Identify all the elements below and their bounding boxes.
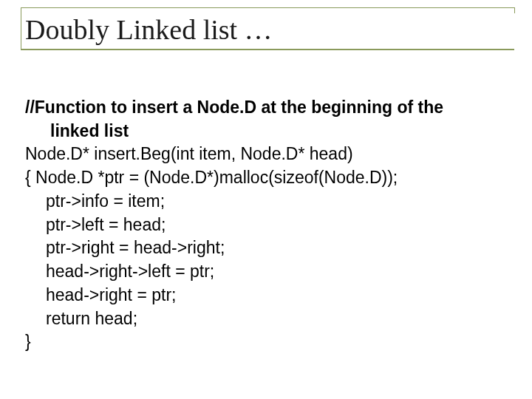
slide-title: Doubly Linked list … (25, 13, 511, 46)
code-line: return head; (25, 307, 511, 331)
title-border-bottom (21, 49, 514, 50)
code-line: ptr->right = head->right; (25, 236, 511, 260)
code-comment: //Function to insert a Node.D at the beg… (25, 96, 511, 120)
title-border-top (21, 7, 514, 8)
title-border-left (21, 7, 21, 49)
code-line: { Node.D *ptr = (Node.D*)malloc(sizeof(N… (25, 166, 511, 190)
code-line: Node.D* insert.Beg(int item, Node.D* hea… (25, 143, 511, 166)
title-border-tick (514, 7, 515, 13)
title-region: Doubly Linked list … (21, 7, 511, 50)
slide-container: Doubly Linked list … //Function to inser… (0, 0, 532, 399)
code-comment: linked list (25, 120, 511, 143)
code-line: ptr->left = head; (25, 214, 511, 237)
code-line: head->right->left = ptr; (25, 260, 511, 284)
code-block: //Function to insert a Node.D at the beg… (21, 96, 511, 354)
code-line: ptr->info = item; (25, 190, 511, 214)
code-line: } (25, 330, 511, 354)
code-line: head->right = ptr; (25, 284, 511, 307)
